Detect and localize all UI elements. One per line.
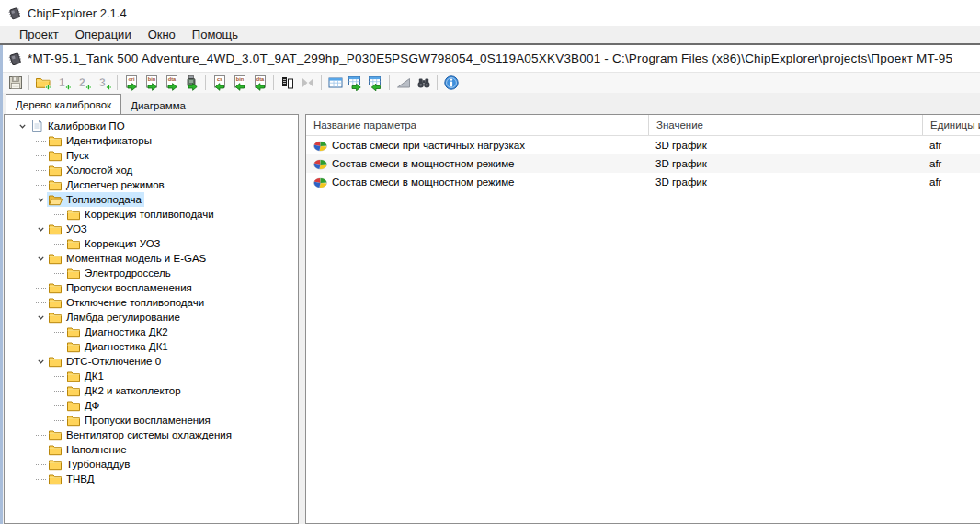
- panel-splitter[interactable]: [299, 114, 305, 524]
- project-titlebar[interactable]: *MT-95.1_Tank 500 Adventure_4WD_3.0T_9AT…: [3, 45, 980, 72]
- 3d-chart-icon: [313, 158, 327, 170]
- tree-item-label: ДК2 и катколлектор: [85, 385, 181, 396]
- tree-item[interactable]: ДФ: [5, 398, 298, 413]
- folder-icon: [48, 354, 63, 369]
- table-row[interactable]: Состав смеси при частичных нагрузках3D г…: [306, 136, 980, 154]
- chevron-down-icon[interactable]: [34, 358, 47, 366]
- tree-item[interactable]: Диагностика ДК2: [5, 325, 298, 339]
- table-row[interactable]: Состав смеси в мощностном режиме3D графи…: [306, 154, 980, 173]
- info-icon[interactable]: [441, 74, 461, 93]
- tree-item-label: ДФ: [85, 400, 99, 411]
- tree-item[interactable]: ТНВД: [5, 472, 298, 486]
- tree-item[interactable]: Электродроссель: [5, 266, 298, 280]
- folder-icon: [66, 266, 81, 280]
- menu-bar: ПроектОперацииОкноПомощь: [0, 26, 980, 43]
- slope-icon[interactable]: [393, 74, 413, 93]
- chevron-down-icon[interactable]: [34, 225, 47, 234]
- tree-item-label: Отключение топливоподачи: [66, 297, 204, 308]
- table-icon[interactable]: [325, 74, 345, 93]
- svg-text:cs: cs: [216, 76, 222, 82]
- chevron-down-icon[interactable]: [34, 313, 47, 322]
- tree-item[interactable]: Диспетчер режимов: [5, 177, 298, 192]
- tree-item[interactable]: DTC-Отключение 0: [5, 354, 298, 369]
- param-table: Название параметра Значение Единицы и Со…: [305, 114, 980, 524]
- merge-icon[interactable]: [298, 74, 317, 93]
- folder-open-icon: [48, 192, 63, 207]
- folder-icon: [66, 383, 81, 398]
- tree-item[interactable]: Коррекция УОЗ: [5, 236, 298, 251]
- param-unit: afr: [922, 177, 980, 188]
- menu-item-2[interactable]: Операции: [67, 28, 140, 41]
- tree-item[interactable]: Холостой ход: [5, 163, 298, 177]
- chevron-down-icon[interactable]: [16, 122, 28, 131]
- toolbar-separator: [28, 75, 29, 90]
- export-dta-icon[interactable]: dta: [162, 74, 181, 93]
- tree-item[interactable]: Моментная модель и E-GAS: [5, 251, 298, 266]
- tree-item[interactable]: Наполнение: [5, 442, 298, 457]
- add-folder-icon[interactable]: [33, 74, 52, 93]
- tree-item[interactable]: Отключение топливоподачи: [5, 295, 298, 310]
- tree-item-label: Диагностика ДК1: [85, 341, 168, 352]
- toolbar-separator: [205, 75, 206, 90]
- tree-item[interactable]: ДК2 и катколлектор: [5, 383, 298, 398]
- tree-item[interactable]: УОЗ: [5, 222, 298, 236]
- tree-item-label: Вентилятор системы охлаждения: [66, 429, 232, 440]
- tree-item[interactable]: Диагностика ДК1: [5, 339, 298, 354]
- param-name: Состав смеси при частичных нагрузках: [332, 140, 525, 151]
- document-icon: [29, 119, 44, 133]
- export-usb-icon[interactable]: [182, 74, 201, 93]
- import-dta-icon[interactable]: dta: [250, 74, 269, 93]
- compare-chips-icon[interactable]: [278, 74, 297, 93]
- tree-item-label: Наполнение: [66, 444, 127, 455]
- toolbar-separator: [321, 75, 322, 90]
- folder-icon: [48, 457, 63, 472]
- tree-item[interactable]: Пуск: [5, 148, 298, 163]
- tree-item[interactable]: Вентилятор системы охлаждения: [5, 427, 298, 442]
- tree-item[interactable]: Калибровки ПО: [5, 119, 298, 133]
- export-ori-icon[interactable]: ori: [121, 74, 141, 93]
- table-export-icon[interactable]: [346, 74, 365, 93]
- project-title: *MT-95.1_Tank 500 Adventure_4WD_3.0T_9AT…: [28, 51, 952, 65]
- param-name: Состав смеси в мощностном режиме: [332, 177, 514, 188]
- tree-item[interactable]: Турбонаддув: [5, 457, 298, 472]
- folder-icon: [48, 295, 63, 310]
- tree-item[interactable]: Пропуски воспламенения: [5, 413, 298, 427]
- tree-item-label: УОЗ: [66, 223, 87, 234]
- save-icon[interactable]: [6, 74, 25, 93]
- tree-item[interactable]: Идентификаторы: [5, 133, 298, 148]
- folder-icon: [48, 442, 63, 457]
- table-row[interactable]: Состав смеси в мощностном режиме3D графи…: [306, 173, 980, 191]
- import-cs-icon[interactable]: cs: [210, 74, 229, 93]
- table-import-icon[interactable]: [366, 74, 385, 93]
- binoculars-icon[interactable]: [414, 74, 433, 93]
- menu-item-4[interactable]: Помощь: [184, 28, 246, 41]
- menu-item-1[interactable]: Проект: [11, 28, 67, 41]
- svg-text:2: 2: [79, 76, 85, 89]
- chevron-down-icon[interactable]: [34, 255, 47, 263]
- col-header-value[interactable]: Значение: [648, 115, 922, 135]
- tree-item-label: DTC-Отключение 0: [66, 356, 161, 367]
- tree-item-label: Коррекция топливоподачи: [85, 209, 214, 220]
- tree-item[interactable]: Лямбда регулирование: [5, 310, 298, 325]
- folder-icon: [66, 236, 81, 251]
- col-header-units[interactable]: Единицы и: [922, 115, 980, 135]
- import-bin-icon[interactable]: bin: [230, 74, 249, 93]
- tree-item[interactable]: Пропуски воспламенения: [5, 280, 298, 295]
- folder-icon: [48, 310, 63, 325]
- col-header-name[interactable]: Название параметра: [306, 115, 648, 135]
- add-ori-1-icon[interactable]: 1: [53, 74, 73, 93]
- tab-calibration-tree[interactable]: Дерево калибровок: [6, 94, 121, 114]
- tab-diagram[interactable]: Диаграмма: [121, 97, 195, 114]
- folder-icon: [48, 222, 63, 236]
- tree-item[interactable]: Топливоподача: [5, 192, 298, 207]
- toolbar-separator: [389, 75, 390, 90]
- chevron-down-icon[interactable]: [34, 196, 47, 204]
- add-ori-3-icon[interactable]: 3: [94, 74, 113, 93]
- tree-item[interactable]: ДК1: [5, 369, 298, 383]
- export-bin-icon[interactable]: bin: [142, 74, 161, 93]
- menu-item-3[interactable]: Окно: [140, 28, 184, 41]
- tree-item-label: Коррекция УОЗ: [85, 238, 161, 249]
- add-ori-2-icon[interactable]: 2: [74, 74, 93, 93]
- folder-icon: [66, 398, 81, 413]
- tree-item[interactable]: Коррекция топливоподачи: [5, 207, 298, 222]
